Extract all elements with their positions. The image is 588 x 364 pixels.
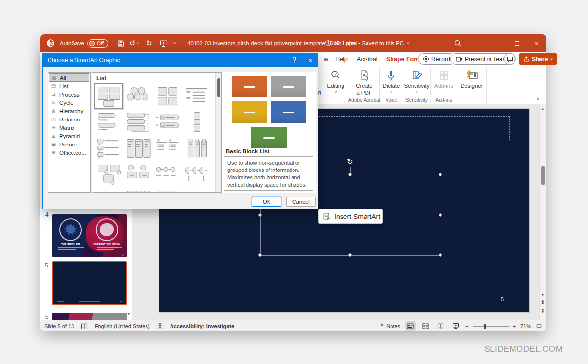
minimize-button[interactable]: — [488, 34, 507, 52]
smartart-layout-hbars[interactable] [94, 109, 123, 135]
sensitivity-button[interactable]: Sensitivity˅ [404, 67, 430, 95]
undo-icon[interactable]: ↺˅ [129, 34, 139, 52]
normal-view-button[interactable] [405, 321, 416, 331]
notes-button[interactable]: ≜ Notes [379, 323, 400, 330]
smartart-layout-cols3[interactable] [123, 135, 153, 161]
share-button[interactable]: Share ˅ [519, 53, 557, 65]
smartart-layout-vstack[interactable] [182, 109, 212, 135]
category-item-hierarchy[interactable]: ⋔Hierarchy [49, 107, 89, 115]
gallery-scrollbar[interactable] [215, 73, 221, 192]
slide-5-thumbnail[interactable] [52, 261, 127, 305]
slide-6-thumbnail[interactable] [52, 313, 127, 320]
gallery-scrollbar-thumb[interactable] [217, 78, 220, 97]
selection-handle-top-mid[interactable] [348, 173, 352, 176]
category-item-list[interactable]: ▤List [49, 82, 89, 90]
smartart-layout-squares4[interactable] [153, 83, 182, 109]
smartart-layout-stacked[interactable] [123, 109, 153, 135]
dialog-title-bar[interactable]: Choose a SmartArt Graphic [43, 53, 318, 67]
sensitivity-shield-icon[interactable]: ? [325, 34, 332, 52]
maximize-icon [515, 41, 519, 46]
category-item-officeco[interactable]: ⊕Office.co... [49, 148, 89, 157]
selection-handle-bottom-mid[interactable] [348, 253, 352, 257]
add-ins-button[interactable]: Add-ins [434, 67, 453, 90]
smartart-layout-brackets[interactable] [153, 109, 182, 135]
ok-button[interactable]: OK [252, 197, 281, 207]
category-item-matrix[interactable]: ⊞Matrix [49, 123, 89, 132]
autosave-knob [89, 41, 95, 46]
smartart-layout-tallcols[interactable] [182, 135, 212, 161]
smartart-layout-halfcircles[interactable] [182, 161, 212, 187]
comments-button[interactable] [504, 53, 515, 65]
category-item-pyramid[interactable]: ▲Pyramid [49, 132, 89, 140]
close-button[interactable]: × [527, 34, 546, 52]
zoom-level[interactable]: 71% [520, 323, 531, 329]
create-a-pdf-button[interactable]: ACreatea PDF [356, 67, 373, 97]
dialog-help-button[interactable]: ? [287, 53, 302, 67]
selection-handle-top-right[interactable] [439, 173, 442, 176]
editing-button[interactable]: Editing˅ [327, 67, 344, 95]
previous-slide-icon[interactable]: ▲▲ [541, 300, 545, 304]
scroll-up-icon[interactable]: ▲ [541, 107, 545, 111]
smartart-layout-colitems[interactable] [123, 187, 153, 193]
zoom-out-button[interactable]: − [466, 323, 468, 329]
fit-to-window-icon[interactable] [536, 323, 542, 329]
smartart-layout-bullets[interactable] [94, 135, 123, 161]
zoom-in-button[interactable]: + [513, 323, 516, 329]
cancel-button[interactable]: Cancel [286, 197, 316, 207]
reading-view-button[interactable] [435, 321, 446, 331]
selection-handle-bottom-left[interactable] [258, 253, 262, 257]
category-item-process[interactable]: ⇉Process [49, 90, 89, 98]
create-a-pdf-label: Createa PDF [356, 83, 373, 97]
category-item-picture[interactable]: ▣Picture [49, 140, 89, 148]
redo-icon[interactable]: ↻ [146, 34, 152, 52]
smartart-layout-circledash[interactable] [153, 161, 182, 187]
category-item-cycle[interactable]: ↻Cycle [49, 98, 89, 107]
zoom-slider-thumb[interactable] [484, 324, 486, 329]
language-status[interactable]: English (United States) [95, 323, 150, 329]
designer-button[interactable]: Designer [460, 67, 483, 90]
dialog-close-button[interactable]: × [302, 53, 318, 67]
smartart-layout-bullets2[interactable] [153, 135, 182, 161]
slideshow-icon[interactable] [158, 34, 170, 52]
scrollbar-thumb[interactable] [541, 166, 545, 185]
autosave-toggle[interactable]: Off [87, 34, 108, 52]
vertical-scrollbar[interactable]: ▲ ▼ ▲▲ ▼▼ [539, 104, 546, 320]
smartart-layout-picboxes[interactable] [94, 161, 123, 187]
search-icon[interactable] [452, 34, 464, 52]
selection-handle-mid-right[interactable] [439, 213, 442, 217]
spell-check-icon[interactable] [81, 323, 88, 329]
insert-smartart-button[interactable]: Insert SmartArt [318, 209, 383, 224]
selection-handle-bottom-right[interactable] [439, 253, 442, 257]
smartart-layout-hexagons[interactable] [123, 83, 153, 109]
rotate-handle-icon[interactable]: ↻ [347, 158, 353, 165]
maximize-button[interactable] [507, 34, 527, 52]
smartart-layout-arrowboxes[interactable] [94, 187, 123, 193]
zoom-slider[interactable] [473, 326, 509, 327]
accessibility-status[interactable]: Accessibility: Investigate [170, 323, 234, 329]
category-item-relation[interactable]: ◫Relation... [49, 115, 89, 123]
undo-dropdown-icon[interactable]: ˅ [137, 41, 139, 46]
collapse-ribbon-icon[interactable]: ˅ [537, 96, 539, 102]
next-slide-icon[interactable]: ▼▼ [541, 309, 545, 314]
dictate-button[interactable]: Dictate˅ [383, 67, 400, 95]
ribbon-tab-acrobat[interactable]: Acrobat [354, 52, 381, 66]
smartart-layout-circlecols[interactable] [182, 187, 212, 193]
smartart-layout-blocks5[interactable] [94, 83, 123, 109]
ribbon-group-add-ins: Add-insAdd-ins [431, 67, 457, 103]
smartart-layout-tableblocks[interactable] [153, 187, 182, 193]
ribbon-tab-help[interactable]: Help [332, 52, 351, 66]
category-item-all[interactable]: ▦All [49, 73, 89, 82]
quick-access-chevron-icon[interactable]: ˅ [173, 34, 176, 52]
slideshow-view-button[interactable] [450, 321, 461, 331]
scroll-down-icon[interactable]: ▼ [541, 293, 545, 297]
smartart-layout-circleboxes[interactable] [123, 161, 153, 187]
selection-handle-mid-left[interactable] [258, 213, 262, 217]
slide-4-thumbnail[interactable]: THE PROBLEM CURRENT SOLUTION ‹› [52, 214, 127, 257]
smartart-layout-textlines[interactable] [182, 83, 212, 109]
slide-sorter-view-button[interactable] [420, 321, 431, 331]
sensitivity-icon [411, 69, 423, 81]
label-status[interactable]: No Label • Saved to this PC ˅ [334, 34, 409, 52]
thumbnail-scroll-down-icon[interactable]: ▼ [127, 312, 131, 316]
save-icon[interactable] [115, 34, 126, 52]
ribbon-tab-w[interactable]: w [321, 52, 331, 66]
